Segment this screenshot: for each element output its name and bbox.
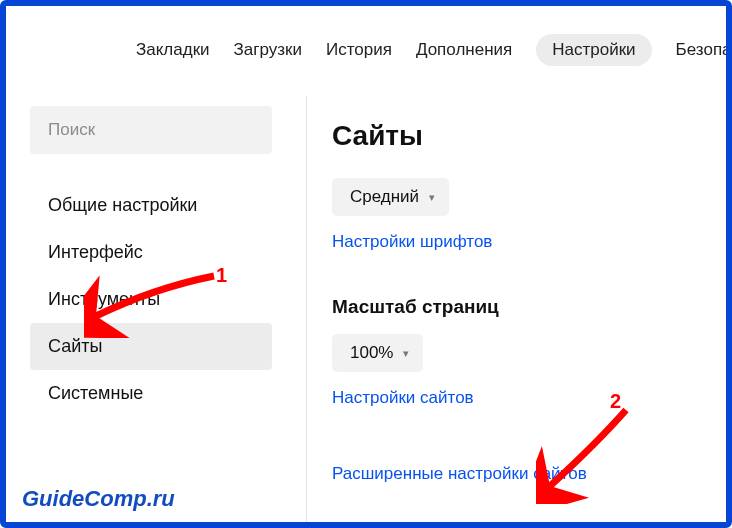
page-title: Сайты xyxy=(332,120,726,152)
sidebar-item-tools[interactable]: Инструменты xyxy=(30,276,272,323)
nav-bookmarks[interactable]: Закладки xyxy=(136,40,210,60)
sidebar: Поиск Общие настройки Интерфейс Инструме… xyxy=(6,96,286,522)
site-settings-link[interactable]: Настройки сайтов xyxy=(332,388,474,408)
main-panel: Сайты Средний ▾ Настройки шрифтов Масшта… xyxy=(286,96,726,522)
chevron-down-icon: ▾ xyxy=(403,347,409,360)
search-input[interactable]: Поиск xyxy=(30,106,272,154)
advanced-site-settings-link[interactable]: Расширенные настройки сайтов xyxy=(332,464,587,484)
zoom-value: 100% xyxy=(350,343,393,363)
chevron-down-icon: ▾ xyxy=(429,191,435,204)
sidebar-item-system[interactable]: Системные xyxy=(30,370,272,417)
nav-settings[interactable]: Настройки xyxy=(536,34,651,66)
zoom-select[interactable]: 100% ▾ xyxy=(332,334,423,372)
sidebar-item-sites[interactable]: Сайты xyxy=(30,323,272,370)
sidebar-item-general[interactable]: Общие настройки xyxy=(30,182,272,229)
sidebar-item-interface[interactable]: Интерфейс xyxy=(30,229,272,276)
font-size-select[interactable]: Средний ▾ xyxy=(332,178,449,216)
nav-history[interactable]: История xyxy=(326,40,392,60)
zoom-heading: Масштаб страниц xyxy=(332,296,726,318)
nav-security[interactable]: Безопа xyxy=(676,40,732,60)
top-nav: Закладки Загрузки История Дополнения Нас… xyxy=(6,6,726,86)
nav-addons[interactable]: Дополнения xyxy=(416,40,512,60)
nav-downloads[interactable]: Загрузки xyxy=(234,40,302,60)
font-size-value: Средний xyxy=(350,187,419,207)
font-settings-link[interactable]: Настройки шрифтов xyxy=(332,232,492,252)
